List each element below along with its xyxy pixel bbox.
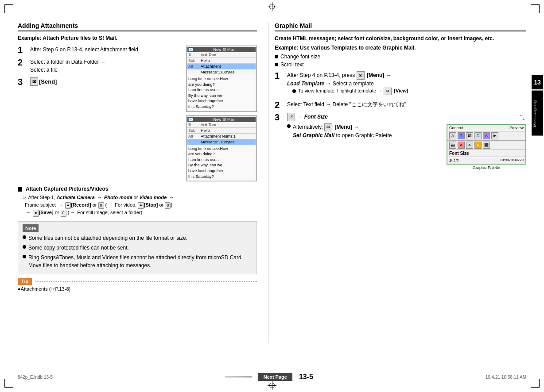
ss1-att-row: Att Attachment [187, 64, 256, 69]
left-section-title: Adding Attachments [18, 22, 257, 31]
gp-header: Context Preview [447, 125, 525, 131]
note-title: Note [23, 224, 39, 233]
bullet-dot-2 [23, 245, 26, 249]
ss2-body: Long time no see.Howare you doing?I am f… [187, 145, 256, 181]
r-step3-key: ↺ [287, 113, 295, 121]
gp-icon-4: 🎵 [474, 132, 482, 139]
ss1-body: Long time no see.Howare you doing?I am f… [187, 75, 256, 111]
step1-container: 1 After Step 6 on P.13-4, select Attachm… [18, 46, 177, 54]
r-step3-menu-icon: ✉ [324, 123, 332, 131]
step1-text: After Step 6 on P.13-4, select Attachmen… [30, 46, 177, 54]
chapter-label: Messaging [532, 91, 543, 136]
r-step1-text: After Step 4 on P.13-4, press ✉ [Menu] →… [287, 71, 526, 97]
screenshot2: 📧 New S! Mail To AokiTaro Sub Hello Att [186, 115, 257, 182]
page-footer: 842p_E.indb 13-5 Next Page 13-5 10.4.21 … [18, 373, 526, 381]
gp-icon-9: A [466, 142, 473, 149]
step2-number: 2 [18, 58, 27, 67]
palette-label: Graphic Palette [447, 165, 526, 170]
step1-number: 1 [18, 46, 27, 54]
corner-mark-bl [4, 379, 13, 388]
tip-label: Tip [18, 278, 32, 285]
r-step2-number: 2 [275, 100, 284, 109]
send-key-icon: ✉ [30, 77, 38, 86]
page-number: 13-5 [299, 373, 313, 381]
col-divider [268, 22, 268, 343]
gp-icon-10: A [474, 142, 482, 149]
reg-mark-bottom [268, 381, 276, 390]
ss1-sub-row: Sub Hello [187, 58, 256, 64]
r-view-key-icon: ✉ [384, 88, 392, 95]
note-item-2: Some copy protected files can not be sen… [23, 244, 252, 252]
tip-dots [35, 281, 257, 282]
capture-square-icon [18, 187, 22, 192]
graphic-palette-container: ⌐ └ Context Preview A T 🖼 🎵 A ▶ [447, 113, 526, 170]
ss2-msg-row: Message:113Bytes [187, 139, 256, 145]
r-step3-text: ↺ → Font Size Alternatively, ✉ [Menu] → … [287, 113, 442, 141]
ss1-msg-row: Message:113Bytes [187, 69, 256, 75]
footer-left: 842p_E.indb 13-5 [18, 375, 53, 380]
ss2-title-bar: 📧 New S! Mail [187, 117, 256, 122]
r-step3-container: 3 ↺ → Font Size Alternatively, ✉ [Menu] … [275, 113, 442, 141]
screenshot1: 📧 New S! Mail To AokiTaro Sub Hello Att [186, 46, 257, 112]
gp-icon-1: A [449, 132, 456, 139]
gp-icon-6: ▶ [491, 132, 498, 139]
gp-icon-11: ⬛ [483, 142, 490, 149]
footer-line [225, 377, 252, 377]
chapter-number: 13 [532, 75, 543, 89]
graphic-palette: Context Preview A T 🖼 🎵 A ▶ 📷 A A [447, 124, 526, 165]
r-step3-alt: Alternatively, ✉ [Menu] → Set Graphic Ma… [287, 123, 442, 139]
capture-step-text: ＞ After Step 1, Activate Camera → Photo … [18, 194, 257, 217]
tip-section: Tip ●Attachments (☞P.13-8) [18, 278, 257, 292]
r-step3-dot [287, 124, 291, 128]
r-step1-sub: To view template: Highlight template → ✉… [292, 88, 526, 95]
ss1-title-bar: 📧 New S! Mail [187, 47, 256, 52]
right-bullet-1: Change font size [275, 54, 526, 60]
gp-icon-8: A [458, 142, 465, 149]
right-bullet-2: Scroll text [275, 61, 526, 68]
gp-icons-row-1: A T 🖼 🎵 A ▶ [447, 131, 525, 141]
step2-container: 2 Select a folder in Data Folder → Selec… [18, 58, 177, 74]
r-step3-row: 3 ↺ → Font Size Alternatively, ✉ [Menu] … [275, 113, 526, 170]
step3-container: 3 ✉ [Send] [18, 77, 177, 86]
gp-icons-row-2: 📷 A A A ⬛ [447, 141, 525, 150]
right-bullet-dot-2 [275, 63, 278, 66]
gp-status: あ 1/2 19:9978/30720 [447, 157, 525, 164]
r-step2-text: Select Text field → Delete "ここに文字をいれてね" [287, 100, 526, 108]
ss2-att-row: Att Attachment Nums:1 [187, 134, 256, 139]
right-section-title: Graphic Mail [275, 22, 526, 31]
page-content: Adding Attachments Example: Attach Pictu… [18, 22, 526, 370]
r-step3-number: 3 [275, 113, 284, 122]
r-step1-container: 1 After Step 4 on P.13-4, press ✉ [Menu]… [275, 71, 526, 97]
gp-icon-5: A [483, 132, 490, 139]
r-step2-container: 2 Select Text field → Delete "ここに文字をいれてね… [275, 100, 526, 109]
tip-box: Tip [18, 278, 257, 285]
r-sub-dot [292, 89, 296, 93]
l-mark: └ [447, 117, 525, 122]
gp-icon-2: T [458, 132, 465, 139]
left-example-label: Example: Attach Picture files to S! Mail… [18, 35, 257, 41]
bullet-dot-3 [23, 255, 26, 258]
gp-icon-7: 📷 [449, 142, 456, 149]
left-column: Adding Attachments Example: Attach Pictu… [18, 22, 257, 370]
ss2-sub-row: Sub Hello [187, 128, 256, 134]
step2-text: Select a folder in Data Folder → Select … [30, 58, 177, 74]
footer-right: 10.4.21 10:58:11 AM [486, 375, 526, 380]
step3-send: ✉ [Send] [30, 77, 177, 86]
corner-mark-tr [531, 4, 540, 13]
r-step1-number: 1 [275, 71, 284, 80]
tip-content: ●Attachments (☞P.13-8) [18, 286, 257, 292]
cursor-mark: ⌐ [447, 113, 523, 117]
ss2-to-row: To AokiTaro [187, 122, 256, 128]
gp-bottom: Font Size [447, 150, 525, 157]
r-menu-key-icon: ✉ [357, 71, 365, 80]
note-item-1: Some files can not be attached depending… [23, 234, 252, 242]
capture-title: Attach Captured Pictures/Videos [18, 186, 257, 192]
step3-number: 3 [18, 77, 27, 86]
right-bullet-dot-1 [275, 55, 278, 58]
right-example-label: Example: Use various Templates to create… [275, 45, 526, 51]
note-item-3: Ring Songs&Tones, Music and Videos files… [23, 254, 252, 269]
footer-center: Next Page 13-5 [225, 373, 313, 381]
ss1-to-row: To AokiTaro [187, 52, 256, 58]
next-page-button[interactable]: Next Page [258, 373, 292, 381]
capture-section: Attach Captured Pictures/Videos ＞ After … [18, 186, 257, 217]
